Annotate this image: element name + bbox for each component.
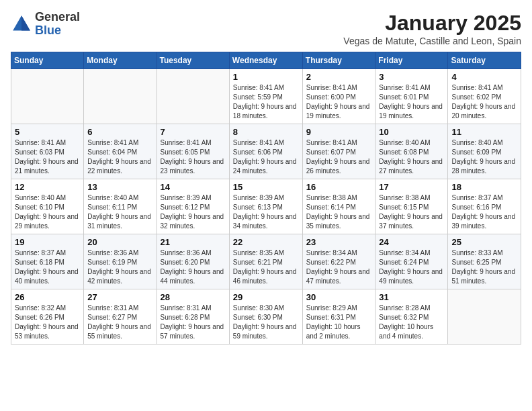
logo-text: General Blue bbox=[35, 11, 80, 38]
calendar-day-cell: 21Sunrise: 8:36 AM Sunset: 6:20 PM Dayli… bbox=[157, 234, 229, 289]
calendar-day-cell: 3Sunrise: 8:41 AM Sunset: 6:01 PM Daylig… bbox=[375, 69, 448, 124]
day-info: Sunrise: 8:34 AM Sunset: 6:22 PM Dayligh… bbox=[306, 248, 372, 286]
day-info: Sunrise: 8:41 AM Sunset: 6:03 PM Dayligh… bbox=[15, 138, 80, 176]
svg-marker-1 bbox=[21, 15, 30, 30]
day-info: Sunrise: 8:29 AM Sunset: 6:31 PM Dayligh… bbox=[306, 304, 372, 341]
day-number: 4 bbox=[451, 72, 517, 82]
logo: General Blue bbox=[11, 11, 80, 38]
day-info: Sunrise: 8:41 AM Sunset: 6:02 PM Dayligh… bbox=[451, 83, 517, 121]
calendar-day-cell: 15Sunrise: 8:39 AM Sunset: 6:13 PM Dayli… bbox=[229, 179, 302, 234]
day-info: Sunrise: 8:39 AM Sunset: 6:13 PM Dayligh… bbox=[233, 193, 299, 231]
day-info: Sunrise: 8:31 AM Sunset: 6:27 PM Dayligh… bbox=[87, 304, 152, 341]
calendar-week-row: 12Sunrise: 8:40 AM Sunset: 6:10 PM Dayli… bbox=[11, 179, 521, 234]
calendar-week-row: 19Sunrise: 8:37 AM Sunset: 6:18 PM Dayli… bbox=[11, 234, 521, 289]
day-info: Sunrise: 8:38 AM Sunset: 6:15 PM Dayligh… bbox=[379, 193, 444, 231]
day-number: 21 bbox=[161, 237, 226, 247]
day-number: 27 bbox=[87, 292, 152, 302]
day-number: 16 bbox=[306, 182, 372, 192]
day-info: Sunrise: 8:32 AM Sunset: 6:26 PM Dayligh… bbox=[15, 304, 80, 341]
calendar-day-cell: 18Sunrise: 8:37 AM Sunset: 6:16 PM Dayli… bbox=[448, 179, 521, 234]
month-year-title: January 2025 bbox=[343, 11, 521, 36]
calendar-day-cell: 9Sunrise: 8:41 AM Sunset: 6:07 PM Daylig… bbox=[302, 124, 375, 179]
day-number: 12 bbox=[15, 182, 80, 192]
calendar-day-cell: 8Sunrise: 8:41 AM Sunset: 6:06 PM Daylig… bbox=[229, 124, 302, 179]
day-info: Sunrise: 8:41 AM Sunset: 6:04 PM Dayligh… bbox=[87, 138, 152, 176]
day-number: 5 bbox=[15, 127, 80, 137]
calendar-day-cell: 26Sunrise: 8:32 AM Sunset: 6:26 PM Dayli… bbox=[11, 289, 84, 345]
calendar-day-cell: 10Sunrise: 8:40 AM Sunset: 6:08 PM Dayli… bbox=[375, 124, 448, 179]
day-number: 29 bbox=[233, 292, 299, 302]
calendar-weekday-header: Wednesday bbox=[229, 52, 302, 69]
day-number: 7 bbox=[161, 127, 226, 137]
day-info: Sunrise: 8:41 AM Sunset: 6:06 PM Dayligh… bbox=[233, 138, 299, 176]
day-info: Sunrise: 8:30 AM Sunset: 6:30 PM Dayligh… bbox=[233, 304, 299, 341]
calendar-weekday-header: Sunday bbox=[11, 52, 84, 69]
calendar-day-cell: 1Sunrise: 8:41 AM Sunset: 5:59 PM Daylig… bbox=[229, 69, 302, 124]
calendar-day-cell: 23Sunrise: 8:34 AM Sunset: 6:22 PM Dayli… bbox=[302, 234, 375, 289]
calendar-day-cell: 12Sunrise: 8:40 AM Sunset: 6:10 PM Dayli… bbox=[11, 179, 84, 234]
calendar-day-cell bbox=[11, 69, 84, 124]
calendar-day-cell: 6Sunrise: 8:41 AM Sunset: 6:04 PM Daylig… bbox=[84, 124, 157, 179]
calendar-week-row: 1Sunrise: 8:41 AM Sunset: 5:59 PM Daylig… bbox=[11, 69, 521, 124]
location-subtitle: Vegas de Matute, Castille and Leon, Spai… bbox=[343, 36, 521, 46]
day-info: Sunrise: 8:41 AM Sunset: 6:00 PM Dayligh… bbox=[306, 83, 372, 121]
day-info: Sunrise: 8:28 AM Sunset: 6:32 PM Dayligh… bbox=[379, 304, 444, 341]
calendar-day-cell: 2Sunrise: 8:41 AM Sunset: 6:00 PM Daylig… bbox=[302, 69, 375, 124]
calendar-body: 1Sunrise: 8:41 AM Sunset: 5:59 PM Daylig… bbox=[11, 69, 521, 345]
day-number: 14 bbox=[161, 182, 226, 192]
calendar-day-cell: 7Sunrise: 8:41 AM Sunset: 6:05 PM Daylig… bbox=[157, 124, 229, 179]
calendar-day-cell: 25Sunrise: 8:33 AM Sunset: 6:25 PM Dayli… bbox=[448, 234, 521, 289]
logo-general-label: General bbox=[35, 11, 80, 24]
day-number: 24 bbox=[379, 237, 444, 247]
calendar-weekday-header: Saturday bbox=[448, 52, 521, 69]
day-number: 19 bbox=[15, 237, 80, 247]
day-info: Sunrise: 8:41 AM Sunset: 5:59 PM Dayligh… bbox=[233, 83, 299, 121]
day-number: 6 bbox=[87, 127, 152, 137]
calendar-weekday-header: Tuesday bbox=[157, 52, 229, 69]
calendar-day-cell: 29Sunrise: 8:30 AM Sunset: 6:30 PM Dayli… bbox=[229, 289, 302, 345]
day-info: Sunrise: 8:35 AM Sunset: 6:21 PM Dayligh… bbox=[233, 248, 299, 286]
day-number: 17 bbox=[379, 182, 444, 192]
day-number: 13 bbox=[87, 182, 152, 192]
logo-blue-label: Blue bbox=[35, 24, 80, 38]
calendar-day-cell: 24Sunrise: 8:34 AM Sunset: 6:24 PM Dayli… bbox=[375, 234, 448, 289]
day-number: 30 bbox=[306, 292, 372, 302]
calendar-day-cell: 20Sunrise: 8:36 AM Sunset: 6:19 PM Dayli… bbox=[84, 234, 157, 289]
day-info: Sunrise: 8:33 AM Sunset: 6:25 PM Dayligh… bbox=[451, 248, 517, 286]
calendar-day-cell: 13Sunrise: 8:40 AM Sunset: 6:11 PM Dayli… bbox=[84, 179, 157, 234]
day-info: Sunrise: 8:39 AM Sunset: 6:12 PM Dayligh… bbox=[161, 193, 226, 231]
day-info: Sunrise: 8:40 AM Sunset: 6:10 PM Dayligh… bbox=[15, 193, 80, 231]
day-info: Sunrise: 8:41 AM Sunset: 6:07 PM Dayligh… bbox=[306, 138, 372, 176]
calendar-day-cell bbox=[448, 289, 521, 345]
day-number: 10 bbox=[379, 127, 444, 137]
day-number: 31 bbox=[379, 292, 444, 302]
calendar-day-cell: 19Sunrise: 8:37 AM Sunset: 6:18 PM Dayli… bbox=[11, 234, 84, 289]
calendar-day-cell: 11Sunrise: 8:40 AM Sunset: 6:09 PM Dayli… bbox=[448, 124, 521, 179]
day-number: 20 bbox=[87, 237, 152, 247]
day-number: 3 bbox=[379, 72, 444, 82]
calendar-day-cell: 17Sunrise: 8:38 AM Sunset: 6:15 PM Dayli… bbox=[375, 179, 448, 234]
calendar-day-cell: 14Sunrise: 8:39 AM Sunset: 6:12 PM Dayli… bbox=[157, 179, 229, 234]
day-number: 8 bbox=[233, 127, 299, 137]
day-info: Sunrise: 8:38 AM Sunset: 6:14 PM Dayligh… bbox=[306, 193, 372, 231]
day-number: 28 bbox=[161, 292, 226, 302]
calendar-header-row: SundayMondayTuesdayWednesdayThursdayFrid… bbox=[11, 52, 521, 69]
day-number: 25 bbox=[451, 237, 517, 247]
logo-icon bbox=[11, 13, 32, 35]
calendar-week-row: 26Sunrise: 8:32 AM Sunset: 6:26 PM Dayli… bbox=[11, 289, 521, 345]
day-info: Sunrise: 8:36 AM Sunset: 6:19 PM Dayligh… bbox=[87, 248, 152, 286]
day-info: Sunrise: 8:40 AM Sunset: 6:11 PM Dayligh… bbox=[87, 193, 152, 231]
day-info: Sunrise: 8:37 AM Sunset: 6:16 PM Dayligh… bbox=[451, 193, 517, 231]
calendar-day-cell bbox=[84, 69, 157, 124]
day-number: 11 bbox=[451, 127, 517, 137]
title-block: January 2025 Vegas de Matute, Castille a… bbox=[343, 11, 521, 46]
day-number: 2 bbox=[306, 72, 372, 82]
calendar-day-cell: 4Sunrise: 8:41 AM Sunset: 6:02 PM Daylig… bbox=[448, 69, 521, 124]
day-number: 9 bbox=[306, 127, 372, 137]
day-info: Sunrise: 8:34 AM Sunset: 6:24 PM Dayligh… bbox=[379, 248, 444, 286]
calendar-weekday-header: Friday bbox=[375, 52, 448, 69]
calendar-day-cell bbox=[157, 69, 229, 124]
calendar-weekday-header: Thursday bbox=[302, 52, 375, 69]
day-number: 23 bbox=[306, 237, 372, 247]
calendar-day-cell: 5Sunrise: 8:41 AM Sunset: 6:03 PM Daylig… bbox=[11, 124, 84, 179]
